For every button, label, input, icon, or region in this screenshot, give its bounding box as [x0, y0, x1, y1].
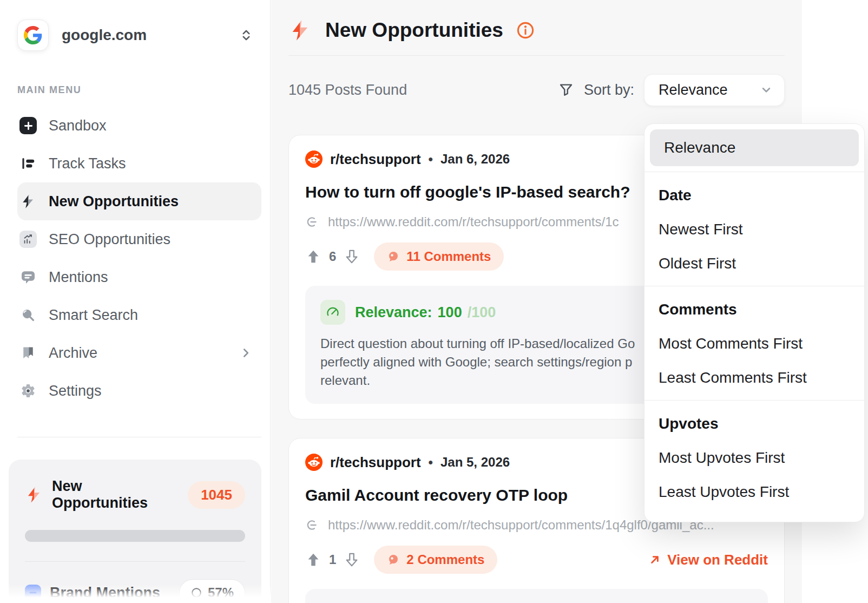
sidebar-item-label: Sandbox [49, 117, 107, 134]
sort-by-label: Sort by: [584, 82, 634, 99]
info-icon[interactable] [516, 21, 535, 40]
tasks-list-icon [19, 155, 37, 172]
comments-count: 2 Comments [406, 552, 484, 567]
page-header: New Opportunities [288, 0, 785, 42]
sort-group-header: Comments [645, 293, 864, 326]
sidebar-item-label: Mentions [49, 269, 108, 286]
sort-dropdown-button[interactable]: Relevance [644, 74, 785, 106]
sidebar-item-label: Settings [49, 383, 102, 399]
lightning-icon [19, 193, 37, 210]
sort-option-relevance-selected[interactable]: Relevance [650, 129, 859, 166]
upvote-count: 1 [329, 552, 336, 567]
count-badge: 1045 [188, 481, 245, 509]
sidebar-item-sandbox[interactable]: Sandbox [17, 107, 261, 145]
sidebar-bottom-fade [0, 585, 271, 603]
external-arrow-icon [648, 553, 662, 567]
post-stats-row: 1 2 Comments [305, 546, 768, 574]
sidebar-item-label: New Opportunities [49, 193, 179, 210]
comments-count: 11 Comments [406, 249, 491, 264]
sort-group-header: Upvotes [645, 407, 864, 441]
comment-bubble-icon [387, 553, 400, 566]
relevance-max: /100 [468, 304, 496, 321]
relevance-score: 100 [438, 304, 462, 321]
toolbar: 1045 Posts Found Sort by: Relevance [288, 74, 785, 106]
view-on-reddit-link[interactable]: View on Reddit [648, 552, 768, 568]
sidebar-item-new-opportunities[interactable]: New Opportunities [17, 182, 261, 220]
divider [17, 437, 261, 437]
workspace-selector[interactable]: google.com [17, 19, 261, 51]
results-count: 1045 Posts Found [288, 82, 407, 99]
sort-option-most-comments-first[interactable]: Most Comments First [645, 326, 864, 361]
meta-separator: • [429, 455, 433, 470]
upvote-icon [305, 248, 321, 265]
subreddit-name[interactable]: r/techsupport [330, 151, 421, 168]
divider [288, 55, 785, 56]
workspace-name: google.com [62, 27, 226, 44]
relevance-label: Relevance: [355, 304, 432, 321]
lightning-icon [288, 18, 312, 42]
filter-funnel-icon [558, 82, 574, 98]
sort-group-upvotes: Upvotes Most Upvotes First Least Upvotes… [645, 401, 864, 514]
plus-square-icon [19, 117, 37, 134]
post-date: Jan 6, 2026 [440, 152, 510, 167]
sidebar-item-seo-opportunities[interactable]: SEO Opportunities [17, 220, 261, 258]
sort-value: Relevance [659, 82, 728, 99]
sidebar-nav: Sandbox Track Tasks New Opportunities [17, 107, 261, 410]
post-url: https://www.reddit.com/r/techsupport/com… [328, 214, 619, 230]
sidebar-item-mentions[interactable]: Mentions [17, 258, 261, 296]
sidebar-item-label: SEO Opportunities [49, 231, 170, 248]
view-on-reddit-label: View on Reddit [667, 552, 768, 568]
page-title: New Opportunities [325, 19, 503, 42]
reddit-icon [305, 150, 323, 168]
mentions-bubble-icon [19, 268, 37, 286]
status-card-title: New Opportunities [52, 478, 179, 512]
meta-separator: • [429, 152, 433, 167]
gear-icon [19, 382, 37, 399]
sidebar-item-smart-search[interactable]: Smart Search [17, 296, 261, 334]
sort-option-least-upvotes-first[interactable]: Least Upvotes First [645, 475, 864, 509]
sidebar: google.com MAIN MENU Sandbox [0, 0, 271, 603]
sort-option-least-comments-first[interactable]: Least Comments First [645, 361, 864, 395]
sidebar-item-archive[interactable]: Archive [17, 334, 261, 372]
search-icon [19, 306, 37, 324]
sidebar-item-label: Archive [49, 345, 97, 362]
relevance-box [305, 589, 768, 603]
comments-badge: 2 Comments [374, 546, 497, 574]
sort-dropdown-menu: Relevance Date Newest First Oldest First… [644, 123, 865, 522]
downvote-icon [344, 248, 360, 265]
link-icon [305, 517, 320, 533]
reddit-icon [305, 454, 323, 471]
archive-bookmark-icon [19, 344, 37, 362]
divider [25, 561, 245, 562]
link-icon [305, 214, 320, 230]
downvote-icon [344, 552, 360, 568]
sidebar-item-label: Smart Search [49, 307, 138, 324]
status-card[interactable]: New Opportunities 1045 Brand Mentions 57… [9, 460, 261, 603]
post-date: Jan 5, 2026 [440, 455, 510, 470]
chevron-down-icon [759, 83, 773, 97]
google-logo-icon [17, 19, 49, 51]
upvote-icon [305, 552, 321, 568]
sort-group-header: Date [645, 179, 864, 212]
sidebar-section-label: MAIN MENU [17, 84, 261, 96]
sort-option-newest-first[interactable]: Newest First [645, 212, 864, 246]
upvote-count: 6 [329, 249, 336, 264]
seo-chart-icon [19, 231, 37, 248]
chevron-up-down-icon[interactable] [239, 28, 254, 43]
gauge-icon [320, 300, 345, 325]
lightning-icon [25, 486, 43, 504]
sort-group-date: Date Newest First Oldest First [645, 172, 864, 286]
subreddit-name[interactable]: r/techsupport [330, 454, 421, 471]
comments-badge: 11 Comments [374, 242, 504, 271]
chevron-right-icon [239, 346, 253, 360]
sidebar-item-settings[interactable]: Settings [17, 372, 261, 410]
sort-option-most-upvotes-first[interactable]: Most Upvotes First [645, 441, 864, 475]
sidebar-item-label: Track Tasks [49, 155, 126, 172]
progress-bar [25, 530, 245, 542]
comment-bubble-icon [387, 250, 400, 263]
sort-option-oldest-first[interactable]: Oldest First [645, 246, 864, 280]
sort-group-comments: Comments Most Comments First Least Comme… [645, 286, 864, 400]
sidebar-item-track-tasks[interactable]: Track Tasks [17, 145, 261, 182]
